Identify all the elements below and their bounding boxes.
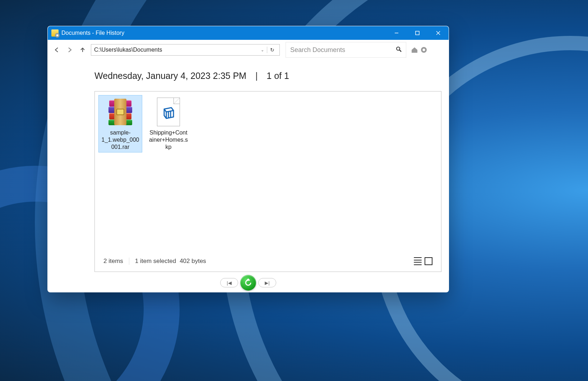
close-button[interactable] — [428, 26, 449, 40]
search-placeholder: Search Documents — [290, 46, 396, 54]
file-name: sample-1_1.webp_000001.rar — [100, 129, 140, 151]
home-icon — [411, 46, 418, 54]
selection-count: 1 item selected — [135, 258, 176, 265]
file-history-icon — [51, 29, 59, 37]
svg-point-7 — [423, 49, 425, 51]
file-name: Shipping+Container+Homes.skp — [148, 129, 189, 151]
file-item[interactable]: Shipping+Container+Homes.skp — [147, 95, 190, 152]
file-history-window: Documents - File History C:\Users\lukas\… — [47, 26, 449, 292]
arrow-left-icon — [53, 46, 60, 53]
titlebar[interactable]: Documents - File History — [48, 26, 449, 40]
maximize-button[interactable] — [407, 26, 428, 40]
address-bar[interactable]: C:\Users\lukas\Documents ⌄ ↻ — [91, 44, 280, 56]
search-input[interactable]: Search Documents — [286, 42, 406, 58]
version-page-indicator: 1 of 1 — [267, 71, 289, 81]
back-button[interactable] — [51, 44, 62, 55]
search-icon — [396, 46, 402, 53]
item-count: 2 items — [103, 258, 123, 265]
gear-icon — [420, 46, 428, 54]
chevron-down-icon[interactable]: ⌄ — [259, 48, 266, 52]
arrow-right-icon — [66, 46, 73, 53]
home-button[interactable] — [410, 45, 419, 55]
minimize-button[interactable] — [386, 26, 407, 40]
version-dateline: Wednesday, January 4, 2023 2:35 PM | 1 o… — [94, 71, 441, 81]
svg-point-4 — [397, 47, 400, 50]
toolbar: C:\Users\lukas\Documents ⌄ ↻ Search Docu… — [48, 40, 449, 60]
up-button[interactable] — [77, 44, 88, 55]
restore-button[interactable] — [240, 275, 256, 291]
next-version-button[interactable]: ▶| — [258, 278, 276, 287]
list-view-button[interactable] — [414, 257, 422, 265]
svg-line-5 — [399, 50, 401, 52]
forward-button[interactable] — [64, 44, 75, 55]
icon-view-button[interactable] — [425, 257, 432, 265]
window-title: Documents - File History — [61, 30, 124, 36]
svg-rect-1 — [416, 31, 419, 35]
status-bar: 2 items 1 item selected 402 bytes — [98, 254, 437, 268]
previous-version-button[interactable]: |◀ — [220, 278, 238, 287]
close-icon — [436, 30, 441, 36]
version-timestamp: Wednesday, January 4, 2023 2:35 PM — [94, 71, 246, 81]
selection-size: 402 bytes — [180, 258, 206, 265]
refresh-button[interactable]: ↻ — [268, 47, 277, 53]
restore-icon — [244, 278, 253, 287]
history-controls: |◀ ▶| — [48, 275, 449, 292]
rar-archive-icon — [107, 99, 134, 125]
skip-back-icon: |◀ — [227, 280, 231, 286]
file-item[interactable]: sample-1_1.webp_000001.rar — [98, 95, 142, 152]
path-text: C:\Users\lukas\Documents — [94, 47, 162, 53]
separator: | — [255, 71, 258, 81]
skip-forward-icon: ▶| — [265, 280, 269, 286]
arrow-up-icon — [79, 47, 86, 53]
minimize-icon — [394, 30, 399, 36]
settings-button[interactable] — [419, 45, 429, 55]
sketchup-file-icon — [157, 98, 180, 126]
file-pane[interactable]: sample-1_1.webp_000001.rar Shipping+Cont… — [94, 91, 441, 272]
maximize-icon — [415, 30, 420, 36]
